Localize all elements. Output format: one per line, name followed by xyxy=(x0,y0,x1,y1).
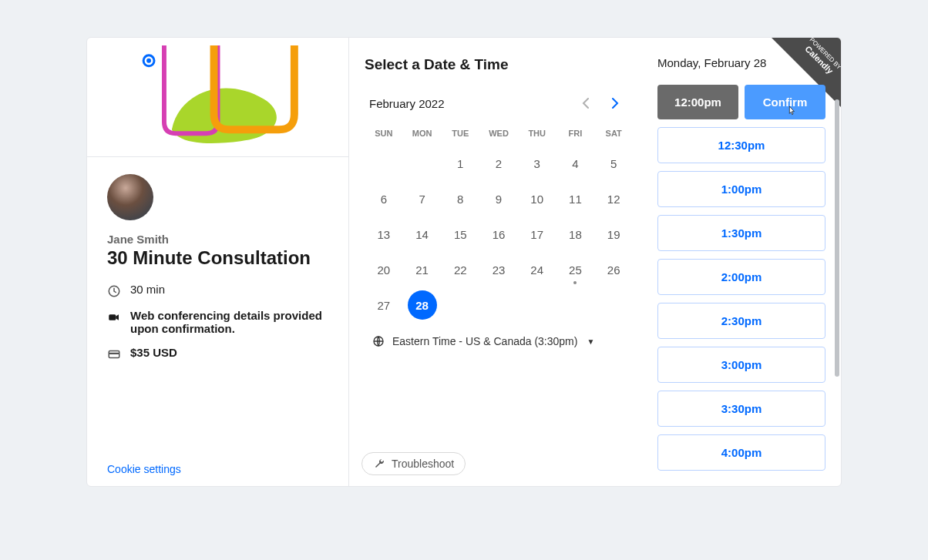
troubleshoot-label: Troubleshoot xyxy=(392,458,454,470)
weekday-label: MON xyxy=(403,121,442,146)
calendar-day[interactable]: 1 xyxy=(441,146,479,181)
calendar-day[interactable]: 21 xyxy=(403,252,442,287)
calendar-day[interactable]: 6 xyxy=(365,181,403,216)
calendar-day[interactable]: 23 xyxy=(479,252,518,287)
calendar-day[interactable]: 25 xyxy=(556,252,595,287)
caret-down-icon: ▼ xyxy=(587,337,594,346)
globe-icon xyxy=(372,335,385,347)
month-label: February 2022 xyxy=(369,97,445,110)
host-avatar xyxy=(107,174,153,220)
weekday-label: WED xyxy=(479,121,518,146)
card-icon xyxy=(107,347,121,361)
confirm-button[interactable]: Confirm xyxy=(745,85,825,119)
days-grid: 1234567891011121314151617181920212223242… xyxy=(365,146,633,323)
timeslot-option[interactable]: 12:30pm xyxy=(657,127,825,163)
calendar-day[interactable]: 22 xyxy=(441,252,479,287)
svg-rect-5 xyxy=(109,353,119,354)
timeslot-panel: Monday, February 28 12:00pmConfirm12:30p… xyxy=(648,38,841,486)
svg-rect-3 xyxy=(109,314,116,320)
clock-icon xyxy=(107,284,121,298)
calendar-day xyxy=(365,146,403,181)
calendar-day[interactable]: 19 xyxy=(594,216,633,252)
event-info-panel: Jane Smith 30 Minute Consultation 30 min… xyxy=(87,38,349,486)
cursor-icon xyxy=(785,105,798,117)
weekday-label: SUN xyxy=(365,121,403,146)
calendar-day[interactable]: 13 xyxy=(365,216,403,252)
calendar-day[interactable]: 7 xyxy=(403,181,442,216)
timeslot-option[interactable]: 2:30pm xyxy=(657,303,825,339)
host-name: Jane Smith xyxy=(107,233,328,246)
timeslot-option[interactable]: 2:00pm xyxy=(657,259,825,295)
event-title: 30 Minute Consultation xyxy=(107,247,328,269)
calendar-day[interactable]: 5 xyxy=(594,146,633,181)
duration-row: 30 min xyxy=(107,283,328,298)
calendar-day[interactable]: 26 xyxy=(594,252,633,287)
calendar-day[interactable]: 20 xyxy=(365,252,403,287)
chevron-left-icon xyxy=(582,98,590,109)
timeslot-option[interactable]: 3:00pm xyxy=(657,347,825,383)
weekday-label: SAT xyxy=(594,121,633,146)
weekday-label: TUE xyxy=(441,121,479,146)
chevron-right-icon xyxy=(611,98,619,109)
wrench-icon xyxy=(373,458,385,470)
calendar-day[interactable]: 14 xyxy=(403,216,442,252)
cookie-settings-link[interactable]: Cookie settings xyxy=(87,452,348,486)
calendar-day[interactable]: 4 xyxy=(556,146,595,181)
timeslot-option[interactable]: 4:00pm xyxy=(657,434,825,471)
calendar-day[interactable]: 10 xyxy=(518,181,556,216)
timeslot-option[interactable]: 3:30pm xyxy=(657,391,825,427)
video-icon xyxy=(107,310,121,324)
timeslot-option[interactable]: 1:30pm xyxy=(657,215,825,251)
calendar-day[interactable]: 15 xyxy=(441,216,479,252)
svg-point-1 xyxy=(146,59,151,63)
calendar-day xyxy=(403,146,442,181)
booking-card: POWERED BY Calendly Jane Smith 30 Minute… xyxy=(86,37,842,487)
selected-timeslot[interactable]: 12:00pm xyxy=(657,85,738,119)
price-label: $35 USD xyxy=(130,346,177,359)
timeslot-list: 12:00pmConfirm12:30pm1:00pm1:30pm2:00pm2… xyxy=(657,85,825,471)
timeslot-option[interactable]: 1:00pm xyxy=(657,171,825,207)
calendar-day[interactable]: 8 xyxy=(441,181,479,216)
calendar-day[interactable]: 11 xyxy=(556,181,595,216)
brand-illustration xyxy=(87,38,348,157)
troubleshoot-button[interactable]: Troubleshoot xyxy=(361,452,466,475)
calendar-day[interactable]: 17 xyxy=(518,216,556,252)
next-month-button[interactable] xyxy=(602,90,628,116)
timezone-label: Eastern Time - US & Canada (3:30pm) xyxy=(392,335,577,347)
calendar-day[interactable]: 18 xyxy=(556,216,595,252)
location-row: Web conferencing details provided upon c… xyxy=(107,309,328,335)
weekday-label: THU xyxy=(518,121,556,146)
picker-heading: Select a Date & Time xyxy=(365,56,633,73)
calendar-day[interactable]: 16 xyxy=(479,216,518,252)
timezone-selector[interactable]: Eastern Time - US & Canada (3:30pm) ▼ xyxy=(365,335,633,347)
price-row: $35 USD xyxy=(107,346,328,361)
weekday-header: SUNMONTUEWEDTHUFRISAT xyxy=(365,121,633,146)
calendar-day[interactable]: 12 xyxy=(594,181,633,216)
calendar-day[interactable]: 24 xyxy=(518,252,556,287)
duration-label: 30 min xyxy=(130,283,165,296)
prev-month-button[interactable] xyxy=(573,90,599,116)
calendar-day[interactable]: 3 xyxy=(518,146,556,181)
calendar-panel: Select a Date & Time February 2022 SUNMO… xyxy=(349,38,648,486)
location-label: Web conferencing details provided upon c… xyxy=(130,309,328,335)
calendar-day[interactable]: 9 xyxy=(479,181,518,216)
weekday-label: FRI xyxy=(556,121,595,146)
calendar-day[interactable]: 27 xyxy=(365,287,403,323)
calendar-day[interactable]: 2 xyxy=(479,146,518,181)
selected-date-label: Monday, February 28 xyxy=(657,56,825,69)
scrollbar[interactable] xyxy=(835,99,839,377)
calendar-day[interactable]: 28 xyxy=(403,287,442,323)
